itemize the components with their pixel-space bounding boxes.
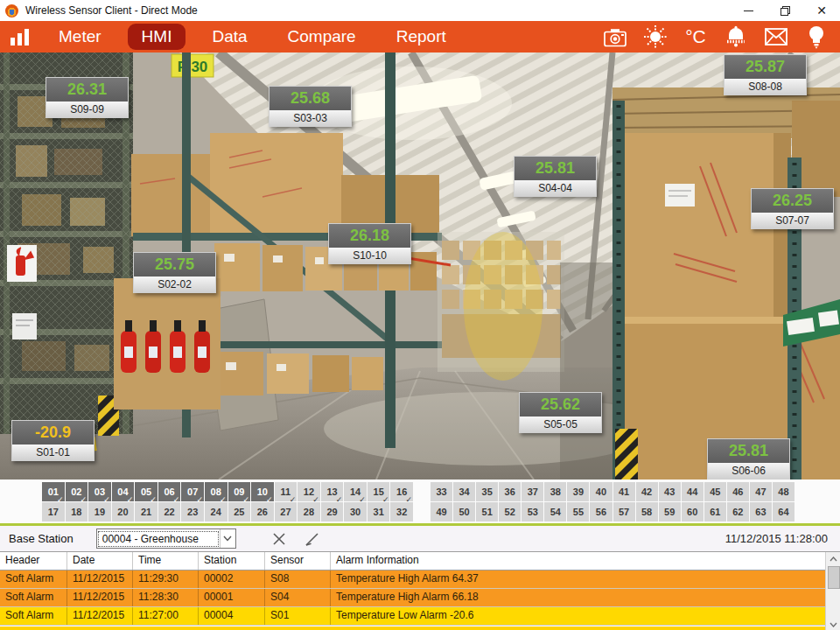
celsius-icon[interactable]: °C [679, 23, 712, 51]
sensor-cell-64[interactable]: 64 [773, 502, 794, 522]
tab-hmi[interactable]: HMI [128, 24, 186, 50]
sensor-cell-49[interactable]: 49 [430, 502, 452, 522]
sensor-cell-24[interactable]: 24 [205, 502, 228, 522]
sensor-cell-27[interactable]: 27 [275, 502, 298, 522]
table-scrollbar[interactable] [825, 552, 840, 630]
column-header-alarm-information[interactable]: Alarm Information [331, 552, 840, 570]
sensor-cell-03[interactable]: 03✓ [88, 482, 111, 501]
sensor-cell-59[interactable]: 59 [659, 502, 681, 522]
sensor-cell-13[interactable]: 13✓ [321, 482, 344, 501]
sensor-cell-42[interactable]: 42 [636, 482, 658, 501]
column-header-station[interactable]: Station [199, 552, 265, 570]
column-header-header[interactable]: Header [0, 552, 67, 570]
column-header-sensor[interactable]: Sensor [265, 552, 331, 570]
x-icon [271, 531, 287, 547]
sensor-cell-11[interactable]: 11✓ [275, 482, 298, 501]
sensor-cell-48[interactable]: 48 [773, 482, 794, 501]
column-header-time[interactable]: Time [133, 552, 199, 570]
sensor-cell-01[interactable]: 01✓ [42, 482, 65, 501]
brightness-icon[interactable] [639, 23, 672, 51]
sensor-cell-10[interactable]: 10✓ [251, 482, 274, 501]
sensor-value: 25.75 [134, 253, 215, 276]
sensor-cell-14[interactable]: 14✓ [344, 482, 367, 501]
mail-icon[interactable] [760, 23, 793, 51]
sensor-cell-39[interactable]: 39 [567, 482, 589, 501]
sensor-cell-20[interactable]: 20 [112, 502, 135, 522]
sensor-cell-26[interactable]: 26 [251, 502, 274, 522]
sensor-cell-55[interactable]: 55 [567, 502, 589, 522]
sensor-cell-28[interactable]: 28 [298, 502, 320, 522]
clear-button[interactable] [270, 529, 289, 549]
camera-icon[interactable] [598, 23, 632, 51]
sensor-cell-32[interactable]: 32 [390, 502, 413, 522]
cell-sensor: S04 [265, 589, 331, 606]
column-header-date[interactable]: Date [67, 552, 133, 570]
sensor-cell-63[interactable]: 63 [750, 502, 772, 522]
sensor-cell-04[interactable]: 04✓ [112, 482, 135, 501]
sensor-cell-23[interactable]: 23 [181, 502, 204, 522]
sensor-cell-40[interactable]: 40 [590, 482, 612, 501]
sensor-cell-21[interactable]: 21 [135, 502, 158, 522]
scroll-down-arrow[interactable] [826, 618, 840, 630]
light-bulb-icon[interactable] [800, 23, 833, 51]
sensor-cell-47[interactable]: 47 [750, 482, 772, 501]
minimize-button[interactable] [730, 0, 766, 21]
sensor-cell-57[interactable]: 57 [613, 502, 635, 522]
sensor-cell-02[interactable]: 02✓ [66, 482, 88, 501]
sensor-cell-44[interactable]: 44 [682, 482, 704, 501]
sensor-cell-12[interactable]: 12✓ [298, 482, 320, 501]
sensor-cell-61[interactable]: 61 [704, 502, 726, 522]
sensor-cell-06[interactable]: 06✓ [158, 482, 181, 501]
sensor-cell-41[interactable]: 41 [613, 482, 635, 501]
sensor-cell-46[interactable]: 46 [727, 482, 749, 501]
sensor-cell-15[interactable]: 15✓ [368, 482, 390, 501]
tab-data[interactable]: Data [198, 24, 261, 50]
sensor-cell-30[interactable]: 30 [344, 502, 367, 522]
edit-button[interactable] [303, 529, 322, 549]
sensor-cell-56[interactable]: 56 [590, 502, 612, 522]
sensor-cell-35[interactable]: 35 [476, 482, 498, 501]
scroll-up-arrow[interactable] [826, 552, 840, 565]
sensor-cell-45[interactable]: 45 [704, 482, 726, 501]
base-station-select[interactable]: 00004 - Greenhouse [96, 528, 236, 549]
sensor-cell-62[interactable]: 62 [727, 502, 749, 522]
sensor-cell-36[interactable]: 36 [499, 482, 521, 501]
sensor-cell-07[interactable]: 07✓ [181, 482, 204, 501]
sensor-cell-18[interactable]: 18 [66, 502, 88, 522]
sensor-cell-54[interactable]: 54 [544, 502, 566, 522]
tab-report[interactable]: Report [382, 24, 460, 50]
sensor-cell-25[interactable]: 25 [228, 502, 251, 522]
sensor-value: 25.87 [724, 55, 806, 79]
tab-meter[interactable]: Meter [45, 24, 116, 50]
sensor-cell-31[interactable]: 31 [368, 502, 390, 522]
tab-compare[interactable]: Compare [274, 24, 370, 50]
close-button[interactable]: ✕ [803, 0, 840, 21]
sensor-cell-38[interactable]: 38 [544, 482, 566, 501]
sensor-label-s03-03: 25.68S03-03 [269, 86, 352, 127]
sensor-cell-53[interactable]: 53 [522, 502, 543, 522]
sensor-cell-52[interactable]: 52 [499, 502, 521, 522]
sensor-cell-34[interactable]: 34 [453, 482, 475, 501]
alarm-bell-icon[interactable] [719, 23, 752, 51]
alarm-row[interactable]: Soft Alarm11/12/201511:27:0000004S01Temp… [0, 607, 840, 626]
sensor-cell-17[interactable]: 17 [42, 502, 65, 522]
sensor-cell-51[interactable]: 51 [476, 502, 498, 522]
sensor-cell-08[interactable]: 08✓ [205, 482, 228, 501]
sensor-cell-29[interactable]: 29 [321, 502, 344, 522]
alarm-row[interactable]: Soft Alarm11/12/201511:29:3000002S08Temp… [0, 570, 840, 589]
sensor-cell-50[interactable]: 50 [453, 502, 475, 522]
sensor-cell-37[interactable]: 37 [522, 482, 543, 501]
sensor-cell-58[interactable]: 58 [636, 502, 658, 522]
sensor-id: S03-03 [270, 110, 351, 126]
sensor-cell-05[interactable]: 05✓ [135, 482, 158, 501]
sensor-cell-60[interactable]: 60 [682, 502, 704, 522]
restore-button[interactable] [766, 0, 803, 21]
scroll-thumb[interactable] [828, 566, 840, 589]
sensor-cell-43[interactable]: 43 [659, 482, 681, 501]
sensor-cell-09[interactable]: 09✓ [228, 482, 251, 501]
sensor-cell-16[interactable]: 16✓ [390, 482, 413, 501]
alarm-row[interactable]: Soft Alarm11/12/201511:28:3000001S04Temp… [0, 589, 840, 607]
sensor-cell-33[interactable]: 33 [430, 482, 452, 501]
sensor-cell-22[interactable]: 22 [158, 502, 181, 522]
sensor-cell-19[interactable]: 19 [88, 502, 111, 522]
